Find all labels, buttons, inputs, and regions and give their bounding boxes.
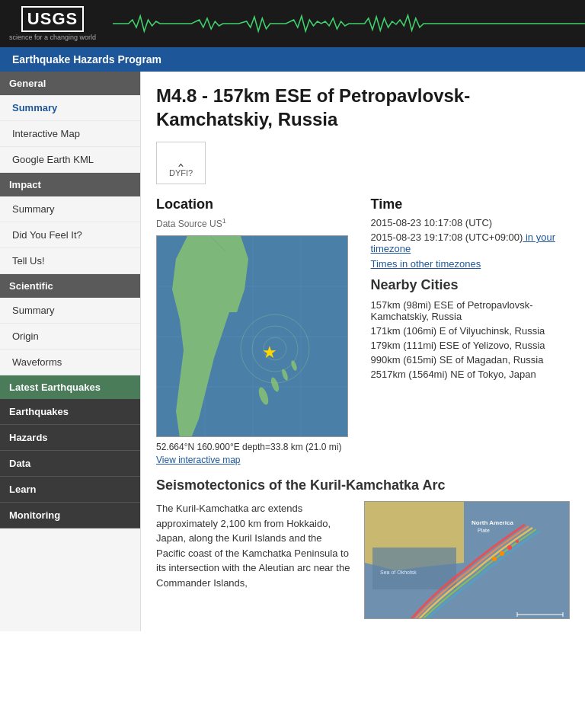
- city-item-2: 179km (111mi) ESE of Yelizovo, Russia: [371, 340, 571, 351]
- sidebar-item-summary-sci[interactable]: Summary: [0, 298, 140, 324]
- sidebar-item-did-you-feel-it[interactable]: Did You Feel It?: [0, 222, 140, 248]
- svg-point-24: [516, 540, 519, 543]
- seismotectonics-text: The Kuril-Kamchatka arc extends approxim…: [156, 501, 352, 619]
- city-item-3: 990km (615mi) SE of Magadan, Russia: [371, 354, 571, 366]
- logo-container[interactable]: USGS science for a changing world: [0, 0, 105, 47]
- seismotectonics-body: The Kuril-Kamchatka arc extends approxim…: [156, 501, 570, 619]
- sidebar-item-waveforms[interactable]: Waveforms: [0, 350, 140, 375]
- info-columns: Location Data Source US1: [156, 196, 570, 465]
- svg-point-23: [507, 545, 512, 550]
- svg-point-21: [492, 557, 497, 561]
- page-title: M4.8 - 157km ESE of Petropavlovsk-Kamcha…: [156, 84, 570, 131]
- seismotectonics-map: North America Plate Sea of Okhotsk: [364, 501, 570, 619]
- sidebar-item-summary-impact[interactable]: Summary: [0, 196, 140, 222]
- sidebar-section-impact: Impact: [0, 173, 140, 196]
- city-item-0: 157km (98mi) ESE of Petropavlovsk-Kamcha…: [371, 299, 571, 322]
- times-in-other-timezones-link[interactable]: Times in other timezones: [371, 258, 481, 270]
- sidebar-section-latest-earthquakes: Latest Earthquakes: [0, 375, 140, 399]
- sidebar: General Summary Interactive Map Google E…: [0, 72, 141, 631]
- seismotectonics-section: Seismotectonics of the Kuril-Kamchatka A…: [156, 477, 570, 619]
- logo-tagline: science for a changing world: [9, 34, 96, 41]
- time-cities-column: Time 2015-08-23 10:17:08 (UTC) 2015-08-2…: [371, 196, 571, 465]
- svg-text:Sea of Okhotsk: Sea of Okhotsk: [380, 570, 417, 575]
- svg-text:North America: North America: [472, 519, 513, 526]
- nav-title: Earthquake Hazards Program: [12, 53, 161, 65]
- sidebar-item-data[interactable]: Data: [0, 451, 140, 477]
- city-item-1: 171km (106mi) E of Vilyuchinsk, Russia: [371, 325, 571, 337]
- usgs-logo: USGS: [21, 6, 84, 32]
- time-title: Time: [371, 196, 571, 212]
- sidebar-section-general: General: [0, 72, 140, 95]
- sidebar-item-learn[interactable]: Learn: [0, 477, 140, 503]
- sidebar-item-interactive-map[interactable]: Interactive Map: [0, 121, 140, 147]
- location-map: ★: [156, 235, 348, 437]
- svg-text:Plate: Plate: [478, 528, 490, 533]
- sidebar-item-summary[interactable]: Summary: [0, 95, 140, 121]
- utc-time: 2015-08-23 10:17:08 (UTC): [371, 217, 571, 228]
- sidebar-item-hazards[interactable]: Hazards: [0, 425, 140, 451]
- svg-text:★: ★: [262, 343, 277, 362]
- map-coords: 52.664°N 160.900°E depth=33.8 km (21.0 m…: [156, 442, 356, 452]
- sidebar-item-google-earth-kml[interactable]: Google Earth KML: [0, 147, 140, 173]
- site-header: USGS science for a changing world: [0, 0, 585, 47]
- location-column: Location Data Source US1: [156, 196, 356, 465]
- seismotectonics-title: Seismotectonics of the Kuril-Kamchatka A…: [156, 477, 570, 493]
- nearby-cities-title: Nearby Cities: [371, 277, 571, 293]
- data-source: Data Source US1: [156, 217, 356, 229]
- view-interactive-map-link[interactable]: View interactive map: [156, 455, 356, 465]
- main-content: M4.8 - 157km ESE of Petropavlovsk-Kamcha…: [141, 72, 585, 631]
- city-item-4: 2517km (1564mi) NE of Tokyo, Japan: [371, 369, 571, 380]
- sidebar-item-tell-us[interactable]: Tell Us!: [0, 248, 140, 274]
- sidebar-section-scientific: Scientific: [0, 274, 140, 298]
- dyfi-icon: ‸: [178, 148, 184, 167]
- page-layout: General Summary Interactive Map Google E…: [0, 72, 585, 631]
- location-title: Location: [156, 196, 356, 212]
- nav-bar: Earthquake Hazards Program: [0, 47, 585, 72]
- dyfi-button[interactable]: ‸ DYFI?: [156, 142, 206, 184]
- local-time: 2015-08-23 19:17:08 (UTC+09:00) in your …: [371, 231, 571, 254]
- svg-rect-20: [372, 548, 456, 589]
- sidebar-item-earthquakes[interactable]: Earthquakes: [0, 399, 140, 425]
- sidebar-item-monitoring[interactable]: Monitoring: [0, 503, 140, 528]
- dyfi-label: DYFI?: [169, 168, 193, 177]
- svg-point-22: [500, 551, 504, 556]
- header-wave: [105, 0, 585, 47]
- sidebar-item-origin[interactable]: Origin: [0, 324, 140, 350]
